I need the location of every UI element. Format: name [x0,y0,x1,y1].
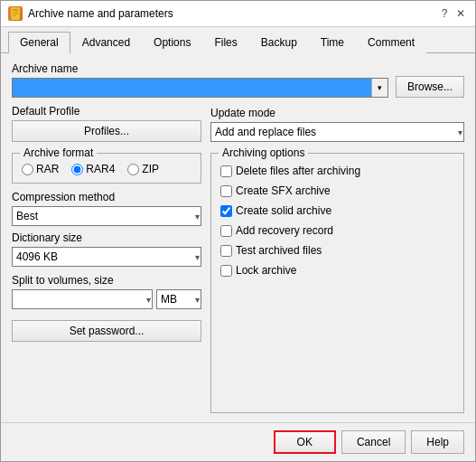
title-controls: ? ✕ [437,6,468,21]
checkbox-lock-archive-input[interactable] [220,265,232,277]
split-size-wrapper: ▾ [12,289,153,309]
compression-select-wrapper: Store Fastest Fast Normal Good Best ▾ [12,206,201,226]
left-section: Archive format RAR RAR4 ZIP [12,149,201,413]
split-size-input[interactable] [12,289,153,309]
radio-rar4-input[interactable] [71,164,83,175]
archive-format-group: Archive format RAR RAR4 ZIP [12,153,201,184]
archive-name-input[interactable]: Downloads.rar [13,79,371,97]
radio-rar[interactable]: RAR [22,163,59,175]
radio-rar-input[interactable] [22,164,33,175]
checkbox-lock-archive-label: Lock archive [236,264,296,277]
svg-rect-4 [13,15,16,16]
update-mode-label: Update mode [210,107,464,119]
dictionary-select-wrapper: 64 KB 128 KB 256 KB 512 KB 1024 KB 2048 … [12,247,201,267]
split-unit-select[interactable]: B KB MB GB [156,289,201,309]
footer: OK Cancel Help [1,422,475,461]
tab-advanced[interactable]: Advanced [70,32,142,53]
svg-rect-1 [13,9,18,11]
archive-format-radio-group: RAR RAR4 ZIP [22,163,191,175]
close-button[interactable]: ✕ [453,6,468,21]
tab-time[interactable]: Time [309,32,356,53]
update-mode-select[interactable]: Add and replace files Update and add fil… [210,122,464,142]
dialog-title: Archive name and parameters [28,7,437,20]
profiles-button[interactable]: Profiles... [12,120,201,142]
svg-rect-3 [13,14,18,14]
compression-method-col: Compression method Store Fastest Fast No… [12,191,201,226]
checkbox-create-sfx-label: Create SFX archive [236,184,331,197]
ok-button[interactable]: OK [274,430,336,454]
tab-comment[interactable]: Comment [356,32,426,53]
radio-zip-label: ZIP [142,163,159,175]
dialog-window: Archive name and parameters ? ✕ General … [0,0,476,462]
split-volumes-section: Split to volumes, size ▾ B KB MB GB [12,274,201,309]
radio-rar4-label: RAR4 [86,163,115,175]
checkbox-recovery-record-label: Add recovery record [236,224,333,237]
archive-name-label: Archive name [12,62,388,75]
cancel-button[interactable]: Cancel [341,430,406,454]
default-profile-label: Default Profile [12,105,201,118]
tab-backup[interactable]: Backup [249,32,309,53]
set-password-section: Set password... [12,316,201,342]
checkbox-delete-files-label: Delete files after archiving [236,165,360,177]
help-button[interactable]: Help [411,430,464,454]
archive-name-section: Archive name Downloads.rar ▾ Browse... [12,62,464,98]
help-title-button[interactable]: ? [437,6,452,21]
checkbox-test-archived-input[interactable] [220,245,232,257]
right-section: Archiving options Delete files after arc… [210,149,464,413]
two-col-section: Archive format RAR RAR4 ZIP [12,149,464,413]
dictionary-size-col: Dictionary size 64 KB 128 KB 256 KB 512 … [12,231,201,267]
tab-bar: General Advanced Options Files Backup Ti… [1,27,475,53]
dictionary-size-select[interactable]: 64 KB 128 KB 256 KB 512 KB 1024 KB 2048 … [12,247,201,267]
dictionary-size-label: Dictionary size [12,231,201,244]
update-mode-section: Update mode Add and replace files Update… [210,107,464,142]
main-content: Archive name Downloads.rar ▾ Browse... D… [1,53,475,422]
split-unit-wrapper: B KB MB GB ▾ [156,289,201,309]
compression-section: Compression method Store Fastest Fast No… [12,191,201,267]
profiles-section: Default Profile Profiles... [12,105,201,142]
archive-name-dropdown-btn[interactable]: ▾ [371,79,387,97]
archiving-options-group: Archiving options Delete files after arc… [210,153,464,413]
archiving-options-label: Archiving options [219,146,308,159]
tab-general[interactable]: General [8,32,70,53]
checkbox-solid-archive[interactable]: Create solid archive [220,204,454,217]
checkbox-test-archived-label: Test archived files [236,244,322,257]
checkbox-solid-archive-input[interactable] [220,205,232,217]
profiles-update-row: Default Profile Profiles... Update mode … [12,105,464,142]
archive-name-input-wrap[interactable]: Downloads.rar ▾ [12,78,388,98]
update-mode-select-wrapper: Add and replace files Update and add fil… [210,122,464,142]
archive-format-label: Archive format [20,146,97,159]
tab-files[interactable]: Files [202,32,248,53]
checkbox-recovery-record[interactable]: Add recovery record [220,224,454,237]
archiving-options-list: Delete files after archiving Create SFX … [220,163,454,278]
title-bar: Archive name and parameters ? ✕ [1,1,475,27]
radio-zip[interactable]: ZIP [127,163,159,175]
radio-rar-label: RAR [36,163,59,175]
svg-rect-2 [13,12,18,13]
checkbox-test-archived[interactable]: Test archived files [220,244,454,257]
split-volumes-label: Split to volumes, size [12,274,201,287]
browse-button[interactable]: Browse... [396,76,464,98]
radio-zip-input[interactable] [127,164,139,175]
checkbox-solid-archive-label: Create solid archive [236,204,331,217]
compression-method-select[interactable]: Store Fastest Fast Normal Good Best [12,206,201,226]
split-volumes-row: ▾ B KB MB GB ▾ [12,289,201,309]
checkbox-recovery-record-input[interactable] [220,225,232,237]
checkbox-create-sfx-input[interactable] [220,185,232,197]
app-icon [8,6,23,21]
radio-rar4[interactable]: RAR4 [71,163,115,175]
checkbox-delete-files[interactable]: Delete files after archiving [220,165,454,177]
set-password-button[interactable]: Set password... [12,320,201,342]
checkbox-delete-files-input[interactable] [220,165,232,177]
checkbox-create-sfx[interactable]: Create SFX archive [220,184,454,197]
tab-options[interactable]: Options [142,32,202,53]
checkbox-lock-archive[interactable]: Lock archive [220,264,454,277]
compression-method-label: Compression method [12,191,201,203]
